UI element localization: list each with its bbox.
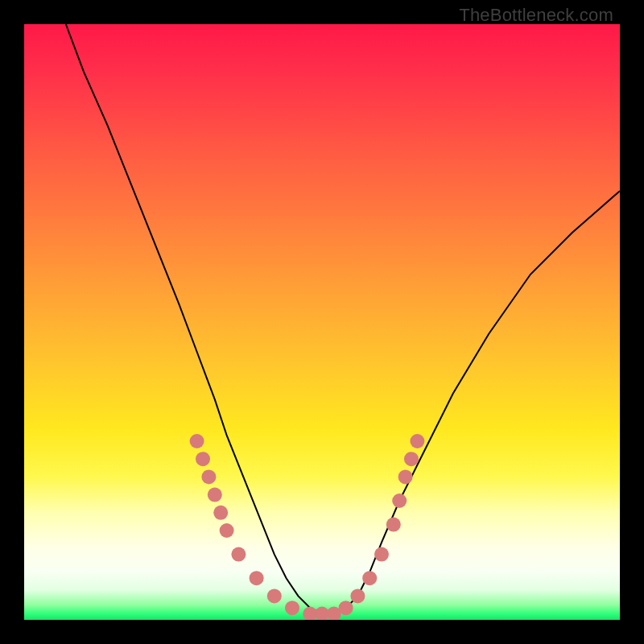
data-dots bbox=[190, 434, 425, 620]
bottleneck-curve bbox=[66, 24, 620, 614]
data-dot bbox=[404, 452, 419, 466]
data-dot bbox=[386, 518, 401, 532]
data-dot bbox=[250, 571, 264, 585]
data-dot bbox=[410, 434, 424, 448]
data-dot bbox=[362, 571, 377, 585]
data-dot bbox=[350, 588, 365, 603]
data-dot bbox=[208, 488, 222, 502]
data-dot bbox=[392, 493, 407, 508]
data-dot bbox=[213, 506, 228, 520]
data-dot bbox=[201, 469, 216, 484]
data-dot bbox=[267, 588, 282, 603]
data-dot bbox=[285, 601, 299, 615]
data-dot bbox=[231, 547, 246, 562]
plot-area bbox=[24, 24, 620, 620]
data-dot bbox=[398, 469, 413, 484]
curve-layer bbox=[24, 24, 620, 620]
data-dot bbox=[339, 601, 353, 615]
chart-frame: TheBottleneck.com bbox=[0, 0, 644, 644]
data-dot bbox=[190, 434, 204, 448]
data-dot bbox=[374, 547, 389, 562]
watermark-text: TheBottleneck.com bbox=[459, 5, 613, 26]
data-dot bbox=[196, 452, 210, 466]
data-dot bbox=[220, 523, 234, 538]
